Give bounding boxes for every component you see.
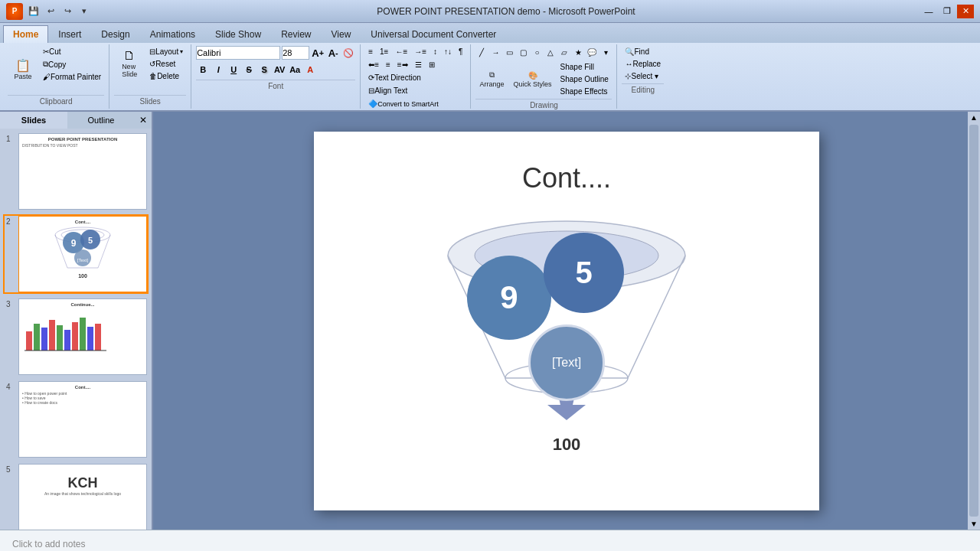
circle-text[interactable]: [Text] [528,324,605,401]
shape-round-rect[interactable]: ▢ [517,46,529,58]
line-spacing-button[interactable]: ↕ [430,46,440,57]
slide-thumb-5[interactable]: 5 KCH An image that shows technological … [3,462,149,530]
undo-button[interactable]: ↩ [43,4,58,19]
quick-access-dropdown[interactable]: ▾ [77,4,92,19]
slide-preview-1[interactable]: POWER POINT PRESENTATION DISTRIBUTION TO… [18,133,147,210]
increase-indent-button[interactable]: →≡ [411,46,430,57]
slide-preview-5[interactable]: KCH An image that shows technological sk… [18,464,147,530]
bullets-button[interactable]: ≡ [365,46,376,57]
scroll-up-button[interactable]: ▲ [970,113,978,122]
slide-preview-3[interactable]: Continue... [18,298,147,375]
tab-slideshow[interactable]: Slide Show [205,25,271,43]
italic-button[interactable]: I [211,63,225,77]
align-text-button[interactable]: ⊟ Align Text [365,85,410,96]
columns-button[interactable]: ⊞ [426,59,438,70]
sort-button[interactable]: ↑↓ [441,46,455,57]
circle-9[interactable]: 9 [467,256,551,340]
change-case-button[interactable]: Aa [288,63,302,77]
editing-group: 🔍 Find ↔ Replace ⊹ Select ▾ Editing [617,44,668,109]
tab-slides[interactable]: Slides [0,112,67,129]
select-button[interactable]: ⊹ Select ▾ [622,70,664,82]
shape-para[interactable]: ▱ [558,46,570,58]
close-button[interactable]: ✕ [957,5,974,18]
layout-button[interactable]: ⊟ Layout ▾ [146,46,186,57]
align-left-button[interactable]: ⬅≡ [365,59,382,70]
shape-arrow[interactable]: → [489,46,501,58]
text-direction-button[interactable]: ⟳ Text Direction [365,72,424,83]
new-slide-button[interactable]: 🗋 NewSlide [114,46,145,82]
font-name-input[interactable] [196,46,280,60]
slide-preview-2[interactable]: Cont.... 9 5 [Text] [18,216,147,292]
convert-smartart-button[interactable]: 🔷 Convert to SmartArt [365,98,442,109]
decrease-font-button[interactable]: A- [326,46,340,60]
shadow-button[interactable]: S [257,63,271,77]
shape-fill-button[interactable]: Shape Fill [557,61,612,73]
decrease-indent-button[interactable]: ←≡ [392,46,410,57]
tab-converter[interactable]: Universal Document Converter [361,25,506,43]
shape-line[interactable]: ╱ [475,46,488,58]
paste-button[interactable]: 📋 Paste [8,46,38,93]
circle-5[interactable]: 5 [544,233,624,313]
tab-review[interactable]: Review [271,25,321,43]
slide-preview-inner-5: KCH An image that shows technological sk… [19,465,146,499]
find-button[interactable]: 🔍 Find [622,46,664,57]
shape-more[interactable]: ▾ [599,46,612,58]
tab-insert[interactable]: Insert [48,25,91,43]
increase-font-button[interactable]: A+ [311,46,325,60]
align-right-button[interactable]: ≡➡ [394,59,411,70]
font-color-button[interactable]: A [303,63,317,77]
clear-formatting-button[interactable]: 🚫 [341,46,355,60]
slide-preview-4[interactable]: Cont.... • How to open power point • How… [18,381,147,458]
arrange-button[interactable]: ⧉ Arrange [475,61,508,97]
delete-button[interactable]: 🗑 Delete [146,70,186,82]
shape-rect[interactable]: ▭ [503,46,515,58]
slide-thumb-4[interactable]: 4 Cont.... • How to open power point • H… [3,380,149,459]
clipboard-small-buttons: ✂ Cut ⧉ Copy 🖌 Format Painter [40,46,104,93]
replace-button[interactable]: ↔ Replace [622,58,664,70]
tab-animations[interactable]: Animations [140,25,205,43]
editing-label: Editing [622,83,664,96]
quick-styles-button[interactable]: 🎨 Quick Styles [510,61,556,97]
scroll-thumb[interactable] [969,125,978,517]
shape-star[interactable]: ★ [572,46,584,58]
char-spacing-button[interactable]: AV [273,63,286,77]
tab-design[interactable]: Design [91,25,139,43]
shape-outline-button[interactable]: Shape Outline [557,73,612,85]
slide-num-2: 2 [5,216,15,227]
underline-button[interactable]: U [227,63,240,77]
svg-rect-18 [95,324,101,350]
scroll-down-button[interactable]: ▼ [970,520,978,528]
tab-outline[interactable]: Outline [67,112,135,129]
shape-effects-button[interactable]: Shape Effects [557,86,612,97]
minimize-button[interactable]: — [920,5,937,18]
reset-button[interactable]: ↺ Reset [146,58,186,70]
shape-triangle[interactable]: △ [544,46,557,58]
align-center-button[interactable]: ≡ [383,59,394,70]
save-button[interactable]: 💾 [26,4,41,19]
slide-thumb-3[interactable]: 3 Continue... [3,297,149,377]
copy-button[interactable]: ⧉ Copy [40,58,104,70]
restore-button[interactable]: ❐ [939,5,956,18]
replace-label: Replace [632,60,661,68]
justify-button[interactable]: ☰ [412,59,425,70]
notes-area[interactable]: Click to add notes [0,530,980,551]
tab-home[interactable]: Home [3,25,48,43]
slide-thumb-2[interactable]: 2 Cont.... 9 5 [3,214,149,294]
shape-circle[interactable]: ○ [531,46,543,58]
shape-callout[interactable]: 💬 [586,46,598,58]
font-size-input[interactable] [282,46,309,60]
slide-thumb-1[interactable]: 1 POWER POINT PRESENTATION DISTRIBUTION … [3,132,149,211]
svg-rect-15 [72,322,78,350]
slide-canvas[interactable]: Cont.... 9 5 [314,132,819,510]
tab-view[interactable]: View [322,25,361,43]
strikethrough-button[interactable]: S [242,63,256,77]
vertical-scrollbar[interactable]: ▲ ▼ [968,112,980,530]
redo-button[interactable]: ↪ [60,4,75,19]
cut-button[interactable]: ✂ Cut [40,46,104,57]
show-hide-button[interactable]: ¶ [456,46,466,57]
sidebar-close-button[interactable]: ✕ [135,112,152,129]
numbering-button[interactable]: 1≡ [377,46,391,57]
funnel-diagram[interactable]: 9 5 [Text] 100 [436,210,697,455]
format-painter-button[interactable]: 🖌 Format Painter [40,71,104,83]
bold-button[interactable]: B [196,63,210,77]
